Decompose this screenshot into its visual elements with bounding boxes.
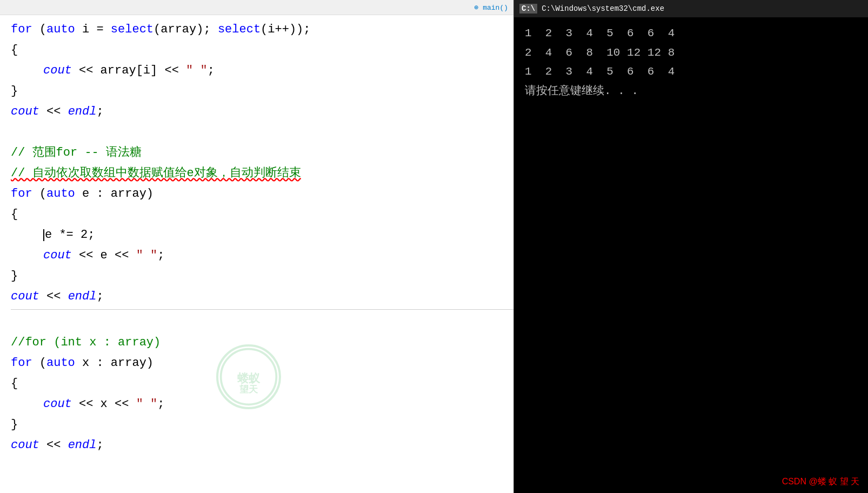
cmd-output-line-4: 请按任意键继续. . . bbox=[525, 82, 857, 101]
cmd-output-line-1: 1 2 3 4 5 6 6 4 bbox=[525, 24, 857, 43]
code-line-endl-2: cout << endl; bbox=[11, 287, 513, 307]
cmd-title: C:\Windows\system32\cmd.exe bbox=[542, 4, 664, 13]
code-line-e-times2: e *= 2; bbox=[11, 225, 513, 245]
code-line-brace-open-1: { bbox=[11, 40, 513, 61]
cmd-footer: CSDN @蝼 蚁 望 天 bbox=[782, 476, 859, 488]
cmd-window: C:\ C:\Windows\system32\cmd.exe 1 2 3 4 … bbox=[513, 0, 868, 493]
code-line-empty-2 bbox=[11, 312, 513, 332]
code-line-top: for (auto i = select(array); select(i++)… bbox=[11, 19, 513, 40]
cmd-output-line-3: 1 2 3 4 5 6 6 4 bbox=[525, 62, 857, 82]
code-line-cout-e: cout << e << " "; bbox=[11, 245, 513, 266]
code-line-brace-open-2: { bbox=[11, 204, 513, 225]
top-bar: ⊕ main() bbox=[0, 0, 513, 15]
code-line-comment-1: // 范围for -- 语法糖 bbox=[11, 143, 513, 163]
separator-line bbox=[11, 309, 513, 310]
code-line-endl-1: cout << endl; bbox=[11, 102, 513, 122]
code-line-endl-3: cout << endl; bbox=[11, 435, 513, 456]
cmd-output-line-2: 2 4 6 8 10 12 12 8 bbox=[525, 43, 857, 63]
cmd-titlebar: C:\ C:\Windows\system32\cmd.exe bbox=[514, 0, 868, 17]
code-line-cout-array: cout << array[i] << " "; bbox=[11, 61, 513, 81]
code-line-empty-1 bbox=[11, 122, 513, 143]
code-line-for-auto-e: for (auto e : array) bbox=[11, 184, 513, 204]
cmd-icon: C:\ bbox=[519, 4, 537, 14]
code-line-comment-2: // 自动依次取数组中数据赋值给e对象，自动判断结束 bbox=[11, 163, 513, 184]
text-cursor bbox=[43, 229, 44, 241]
watermark: 蝼蚁 望天 bbox=[216, 344, 281, 409]
svg-text:蝼蚁: 蝼蚁 bbox=[237, 372, 261, 384]
cmd-body: 1 2 3 4 5 6 6 4 2 4 6 8 10 12 12 8 1 2 3… bbox=[514, 17, 868, 493]
code-line-brace-close-1: } bbox=[11, 81, 513, 102]
code-editor: ⊕ main() for (auto i = select(array); se… bbox=[0, 0, 513, 493]
svg-text:望天: 望天 bbox=[239, 384, 258, 395]
function-name-label: ⊕ main() bbox=[475, 3, 508, 12]
code-line-brace-close-3: } bbox=[11, 415, 513, 435]
code-line-brace-close-2: } bbox=[11, 266, 513, 287]
